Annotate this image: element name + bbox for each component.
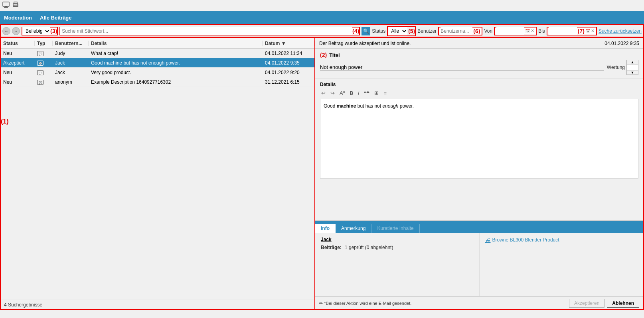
table-row[interactable]: Neu 💬 Jack Very good product. 04.01.2022… <box>1 68 314 77</box>
user-input[interactable] <box>441 27 472 35</box>
row-user: Jack <box>53 60 89 66</box>
info-bar-date: 04.01.2022 9:35 <box>604 41 639 46</box>
row-details: What a crap! <box>89 51 263 56</box>
rich-text-editor[interactable]: Good machine but has not enough power. <box>320 99 638 179</box>
product-link[interactable]: 🖨 Browne BL300 Blender Product <box>485 237 638 243</box>
title-annotation: (2) <box>320 52 327 58</box>
right-panel: Der Beitrag wurde akzeptiert und ist onl… <box>315 38 644 310</box>
main-area: (1) Status Typ Benutzern... Details Datu… <box>0 38 644 310</box>
von-label: Von <box>484 28 492 34</box>
svg-rect-0 <box>3 2 9 6</box>
row-datum: 04.01.2022 11:34 <box>263 51 314 56</box>
italic-button[interactable]: I <box>357 90 360 96</box>
user-name-link[interactable]: Jack <box>321 237 474 242</box>
print-icon[interactable] <box>12 2 19 9</box>
beitraege-value: 1 geprüft (0 abgelehnt) <box>345 245 393 250</box>
row-user: Jack <box>53 70 89 75</box>
table-row[interactable]: Neu 💬 anonym Example Description 1640927… <box>1 77 314 87</box>
row-details: Example Description 1640927716302 <box>89 79 263 85</box>
details-section: Details ↩ ↪ Aº B I ❝❝ ⊞ ≡ Good machine b… <box>315 79 643 220</box>
table-button[interactable]: ⊞ <box>373 90 380 96</box>
email-note-link[interactable]: *Bei dieser Aktion wird eine E-Mail gese… <box>324 301 411 306</box>
row-datum: 04.01.2022 9:35 <box>263 60 314 66</box>
bis-clear-button[interactable]: ✕ <box>591 28 595 33</box>
redo-button[interactable]: ↪ <box>329 90 336 96</box>
info-bar-text: Der Beitrag wurde akzeptiert und ist onl… <box>319 41 411 46</box>
bis-calendar-icon[interactable]: 📅 <box>585 29 590 33</box>
col-user: Benutzern... <box>53 41 89 46</box>
search-input[interactable] <box>60 27 352 35</box>
akzeptieren-button[interactable]: Akzeptieren <box>569 299 604 308</box>
tab-info[interactable]: Info <box>315 224 336 233</box>
info-bar: Der Beitrag wurde akzeptiert und ist onl… <box>315 38 643 49</box>
bold-button[interactable]: B <box>348 90 354 96</box>
product-icon: 🖨 <box>485 237 491 243</box>
email-note-area: ✏ *Bei dieser Aktion wird eine E-Mail ge… <box>319 300 411 306</box>
tab-info-right: 🖨 Browne BL300 Blender Product <box>480 233 644 296</box>
undo-button[interactable]: ↩ <box>320 90 327 96</box>
col-typ: Typ <box>35 41 53 46</box>
row-details: Good machine but has not enough power. <box>89 60 263 66</box>
product-link-text: Browne BL300 Blender Product <box>492 237 559 243</box>
col-datum[interactable]: Datum ▼ <box>263 41 314 46</box>
row-datum: 04.01.2022 9:20 <box>263 70 314 75</box>
user-badge: (6) <box>473 28 480 34</box>
chat-icon: 💬 <box>37 70 43 75</box>
ablehnen-button[interactable]: Ablehnen <box>607 299 639 308</box>
row-details: Very good product. <box>89 70 263 75</box>
quote-button[interactable]: ❝❝ <box>363 90 371 96</box>
table-body: Neu 💬 Judy What a crap! 04.01.2022 11:34… <box>1 49 314 300</box>
filter-select[interactable]: Beliebig <box>22 27 50 35</box>
back-button[interactable]: ← <box>2 27 10 35</box>
von-clear-button[interactable]: ✕ <box>531 28 534 33</box>
beitraege-label: Beiträge: <box>321 245 342 250</box>
status-select[interactable]: Alle <box>388 27 407 35</box>
search-button[interactable]: 🔍 <box>362 27 370 35</box>
chat-icon: 💬 <box>37 61 43 66</box>
von-calendar-icon[interactable]: 📅 <box>525 29 530 33</box>
wertung-input[interactable]: 3 <box>627 64 638 71</box>
tab-info-left: Jack Beiträge: 1 geprüft (0 abgelehnt) <box>315 233 480 296</box>
row-status: Neu <box>1 51 35 56</box>
wertung-down[interactable]: ▼ <box>627 71 638 75</box>
wertung-label: Wertung <box>607 65 625 70</box>
forward-button[interactable]: → <box>12 27 20 35</box>
nav-alle-beitraege[interactable]: Alle Beiträge <box>40 15 71 21</box>
svg-rect-5 <box>14 5 17 6</box>
date-badge: (7) <box>578 28 585 34</box>
row-status: Akzeptiert <box>1 60 35 66</box>
bis-input[interactable] <box>549 27 577 35</box>
wertung-up[interactable]: ▲ <box>627 60 638 64</box>
font-size-button[interactable]: Aº <box>338 90 346 96</box>
von-input[interactable] <box>496 27 524 35</box>
rich-text-italic: enough <box>382 103 398 109</box>
list-button[interactable]: ≡ <box>382 90 388 96</box>
action-buttons: Akzeptieren Ablehnen <box>569 299 639 308</box>
title-label: Titel <box>329 52 340 58</box>
svg-rect-2 <box>4 7 8 8</box>
reset-search-link[interactable]: Suche zurücksetzen <box>599 28 642 34</box>
title-input[interactable] <box>320 64 604 71</box>
table-row[interactable]: Neu 💬 Judy What a crap! 04.01.2022 11:34 <box>1 49 314 58</box>
row-typ: 💬 <box>35 70 53 75</box>
nav-moderation[interactable]: Moderation <box>4 15 32 21</box>
monitor-icon[interactable] <box>2 2 10 9</box>
bis-label: Bis <box>538 28 545 34</box>
chat-icon: 💬 <box>37 51 43 56</box>
svg-point-6 <box>17 4 18 5</box>
row-status: Neu <box>1 79 35 85</box>
status-badge: (5) <box>408 28 415 34</box>
tab-anmerkung[interactable]: Anmerkung <box>336 224 371 233</box>
row-typ: 💬 <box>35 79 53 85</box>
table-row[interactable]: Akzeptiert 💬 Jack Good machine but has n… <box>1 58 314 68</box>
svg-rect-1 <box>5 6 7 7</box>
rich-text-end: power. <box>398 103 414 109</box>
nav-bar: Moderation Alle Beiträge <box>0 11 644 24</box>
details-label: Details <box>320 82 638 87</box>
rich-text-bold: machine <box>337 103 356 109</box>
search-bar: ← → Beliebig (3) (4) 🔍 Status Alle (5) B… <box>1 25 643 37</box>
filter-badge: (3) <box>50 28 57 34</box>
col-status: Status <box>1 41 35 46</box>
pencil-icon: ✏ <box>319 301 323 306</box>
row-datum: 31.12.2021 6:15 <box>263 79 314 85</box>
